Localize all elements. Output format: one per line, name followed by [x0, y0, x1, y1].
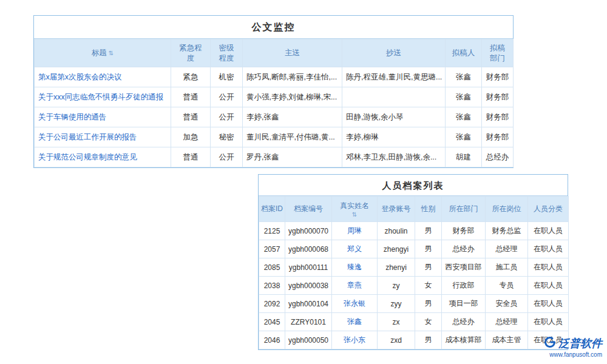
main-send-cell: 罗丹,张鑫: [243, 147, 342, 167]
col-header-gender: 性别: [415, 197, 442, 222]
doc-monitor-title: 公文监控: [34, 16, 513, 39]
real-name-link[interactable]: 张小东: [332, 331, 378, 349]
col-header-title[interactable]: 标题⇅: [35, 39, 171, 67]
table-row: 2046 ygbh000050 张小东 zxd 男 成本核算部 成本主管 在职人…: [259, 331, 569, 349]
file-id-cell: 2045: [259, 313, 285, 331]
login-account-cell: zx: [378, 313, 415, 331]
login-account-cell: zhenyi: [378, 258, 415, 277]
file-code-cell: ygbh000104: [285, 295, 332, 313]
category-cell: 在职人员: [528, 222, 569, 240]
doc-title-link[interactable]: 关于xxx同志临危不惧勇斗歹徒的通报: [35, 87, 171, 107]
urgency-cell: 普通: [171, 147, 211, 167]
real-name-link[interactable]: 章燕: [332, 277, 378, 295]
sort-icon[interactable]: ⇅: [332, 212, 377, 218]
main-send-cell: 董川民,童清平,付伟璐,黄...: [243, 127, 342, 147]
table-row: 2045 ZZRY0101 张鑫 zx 女 总经办 总经理 在职人员: [259, 313, 569, 331]
col-header-cc: 抄送: [342, 39, 446, 67]
personnel-header-row: 档案ID 档案编号 真实姓名 ⇅ 登录账号 性别 所在部门 所在岗位 人员分类: [259, 197, 569, 222]
col-header-real-name[interactable]: 真实姓名 ⇅: [332, 197, 378, 222]
main-send-cell: 陈巧凤,断郎,蒋丽,李佳怡,...: [243, 67, 342, 87]
gender-cell: 女: [415, 277, 442, 295]
table-row: 2085 ygbh000111 臻逸 zhenyi 男 西安项目部 施工员 在职…: [259, 258, 569, 277]
doc-monitor-card: 公文监控 标题⇅ 紧急程度 密级程度 主送 抄送 拟稿人 拟稿部门 第x届第x次…: [33, 15, 514, 168]
main-send-cell: 黄小强,李婷,刘健,柳琳,宋...: [243, 87, 342, 107]
category-cell: 在职人员: [528, 240, 569, 258]
file-code-cell: ygbh000070: [285, 222, 332, 240]
col-header-title-label: 标题: [92, 49, 107, 57]
drafter-cell: 张鑫: [446, 67, 482, 87]
urgency-cell: 加急: [171, 127, 211, 147]
real-name-link[interactable]: 张鑫: [332, 313, 378, 331]
doc-title-link[interactable]: 关于规范公司规章制度的意见: [35, 147, 171, 167]
file-code-cell: ygbh000050: [285, 331, 332, 349]
secrecy-cell: 公开: [211, 107, 243, 127]
department-cell: 总经办: [442, 240, 486, 258]
draft-dept-cell: 财务部: [482, 67, 514, 87]
cc-cell: 陈丹,程亚雄,董川民,黄思璐...: [342, 67, 446, 87]
real-name-link[interactable]: 张永银: [332, 295, 378, 313]
table-row: 第x届第x次股东会的决议 紧急 机密 陈巧凤,断郎,蒋丽,李佳怡,... 陈丹,…: [35, 67, 514, 87]
col-header-main-send: 主送: [243, 39, 342, 67]
table-row: 2057 ygbh000068 郑义 zhengyi 男 总经办 总经理 在职人…: [259, 240, 569, 258]
col-header-login-account: 登录账号: [378, 197, 415, 222]
post-cell: 总经理: [486, 240, 528, 258]
brand-name: 泛普软件: [558, 336, 602, 351]
gender-cell: 男: [415, 331, 442, 349]
table-row: 关于规范公司规章制度的意见 普通 公开 罗丹,张鑫 邓林,李卫东,田静,游恢,余…: [35, 147, 514, 167]
file-id-cell: 2092: [259, 295, 285, 313]
real-name-link[interactable]: 臻逸: [332, 258, 378, 277]
personnel-list-table: 档案ID 档案编号 真实姓名 ⇅ 登录账号 性别 所在部门 所在岗位 人员分类 …: [259, 196, 569, 349]
personnel-list-title: 人员档案列表: [259, 175, 568, 196]
gender-cell: 男: [415, 240, 442, 258]
file-id-cell: 2038: [259, 277, 285, 295]
secrecy-cell: 秘密: [211, 127, 243, 147]
file-code-cell: ZZRY0101: [285, 313, 332, 331]
draft-dept-cell: 总经办: [482, 147, 514, 167]
department-cell: 行政部: [442, 277, 486, 295]
doc-monitor-table: 标题⇅ 紧急程度 密级程度 主送 抄送 拟稿人 拟稿部门 第x届第x次股东会的决…: [34, 39, 514, 167]
gender-cell: 女: [415, 313, 442, 331]
real-name-link[interactable]: 周琳: [332, 222, 378, 240]
login-account-cell: zhengyi: [378, 240, 415, 258]
doc-header-row: 标题⇅ 紧急程度 密级程度 主送 抄送 拟稿人 拟稿部门: [35, 39, 514, 67]
draft-dept-cell: 财务部: [482, 87, 514, 107]
col-header-file-code: 档案编号: [285, 197, 332, 222]
login-account-cell: zy: [378, 277, 415, 295]
file-code-cell: ygbh000111: [285, 258, 332, 277]
doc-title-link[interactable]: 关于公司最近工作开展的报告: [35, 127, 171, 147]
file-id-cell: 2085: [259, 258, 285, 277]
department-cell: 项目一部: [442, 295, 486, 313]
table-row: 2092 ygbh000104 张永银 zyy 男 项目一部 安全员 在职人员: [259, 295, 569, 313]
login-account-cell: zyy: [378, 295, 415, 313]
file-id-cell: 2057: [259, 240, 285, 258]
doc-title-link[interactable]: 关于车辆使用的通告: [35, 107, 171, 127]
draft-dept-cell: 财务部: [482, 127, 514, 147]
post-cell: 安全员: [486, 295, 528, 313]
col-header-draft-dept: 拟稿部门: [482, 39, 514, 67]
secrecy-cell: 机密: [211, 67, 243, 87]
table-row: 关于车辆使用的通告 普通 公开 李婷,张鑫 田静,游恢,余小琴 张鑫 财务部: [35, 107, 514, 127]
file-id-cell: 2046: [259, 331, 285, 349]
post-cell: 施工员: [486, 258, 528, 277]
cc-cell: 邓林,李卫东,田静,游恢,余...: [342, 147, 446, 167]
table-row: 2038 ygbh000038 章燕 zy 女 行政部 专员 在职人员: [259, 277, 569, 295]
drafter-cell: 张鑫: [446, 107, 482, 127]
login-account-cell: zxd: [378, 331, 415, 349]
sort-icon[interactable]: ⇅: [109, 50, 114, 56]
category-cell: 在职人员: [528, 277, 569, 295]
real-name-link[interactable]: 郑义: [332, 240, 378, 258]
col-header-secrecy: 密级程度: [211, 39, 243, 67]
login-account-cell: zhoulin: [378, 222, 415, 240]
doc-title-link[interactable]: 第x届第x次股东会的决议: [35, 67, 171, 87]
table-row: 关于公司最近工作开展的报告 加急 秘密 董川民,童清平,付伟璐,黄... 李婷,…: [35, 127, 514, 147]
draft-dept-cell: 财务部: [482, 107, 514, 127]
category-cell: 在职人员: [528, 258, 569, 277]
department-cell: 西安项目部: [442, 258, 486, 277]
post-cell: 财务总监: [486, 222, 528, 240]
post-cell: 专员: [486, 277, 528, 295]
category-cell: 在职人员: [528, 295, 569, 313]
urgency-cell: 普通: [171, 87, 211, 107]
department-cell: 总经办: [442, 313, 486, 331]
post-cell: 总经理: [486, 313, 528, 331]
brand-row: 泛普软件: [544, 336, 602, 351]
